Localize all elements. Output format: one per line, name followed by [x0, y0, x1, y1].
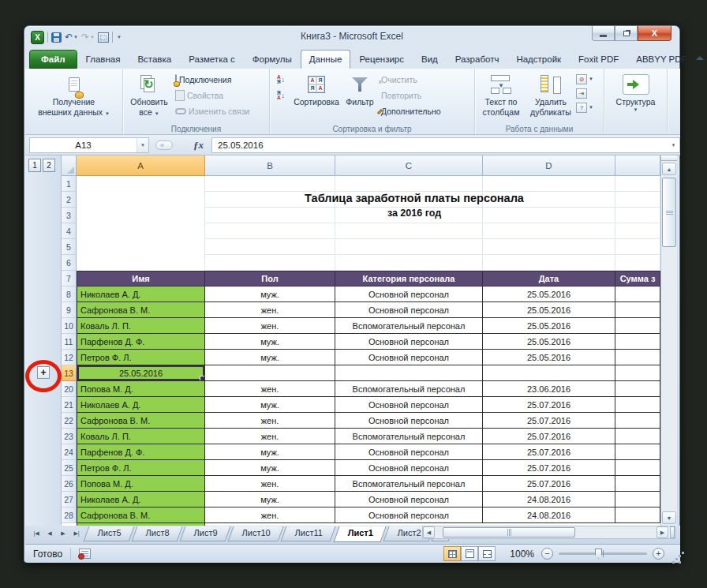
cell-E22[interactable]: [615, 413, 660, 429]
cell-D22[interactable]: 25.07.2016: [483, 413, 615, 429]
minimize-ribbon-icon[interactable]: [696, 56, 704, 60]
cell-A9[interactable]: Сафронова В. М.: [77, 302, 205, 318]
cell-D28[interactable]: 24.08.2016: [483, 507, 615, 523]
cell-E13[interactable]: [615, 365, 660, 381]
cell-C22[interactable]: Основной персонал: [335, 413, 483, 429]
cell-B25[interactable]: муж.: [205, 460, 335, 476]
cell-D26[interactable]: 25.07.2016: [483, 476, 615, 492]
first-sheet-button[interactable]: |◀: [30, 527, 43, 540]
ribbon-tab-4[interactable]: Разметка с: [180, 50, 244, 69]
cell-B8[interactable]: муж.: [205, 287, 335, 302]
cell-A24[interactable]: Парфенов Д. Ф.: [77, 444, 205, 460]
cell-E1[interactable]: [615, 176, 660, 192]
column-header-C[interactable]: C: [335, 155, 483, 176]
row-header-28[interactable]: 28: [62, 507, 77, 523]
row-header-13[interactable]: 13: [62, 365, 77, 381]
cell-B22[interactable]: жен.: [205, 413, 335, 429]
name-box[interactable]: A13 ▼: [29, 137, 149, 153]
cell-A13[interactable]: 25.05.2016: [77, 365, 205, 381]
cell-A27[interactable]: Николаев А. Д.: [77, 492, 205, 507]
cell-D24[interactable]: 25.07.2016: [483, 444, 615, 460]
what-if-analysis-button[interactable]: ? ▼: [576, 101, 598, 114]
redo-button[interactable]: ↷▼: [81, 32, 95, 43]
row-header-5[interactable]: 5: [62, 239, 77, 255]
vertical-scrollbar[interactable]: ▲ ▼: [660, 155, 677, 526]
cell-B4[interactable]: [205, 223, 335, 239]
cell-E23[interactable]: [615, 429, 660, 444]
expand-formula-bar-button[interactable]: ▼: [668, 137, 680, 153]
cell-A1[interactable]: [77, 176, 205, 192]
row-header-24[interactable]: 24: [62, 444, 77, 460]
macro-record-icon[interactable]: [79, 549, 91, 559]
cell-C13[interactable]: [335, 365, 483, 381]
tab-split-handle[interactable]: [670, 526, 675, 538]
cell-C4[interactable]: [335, 223, 483, 239]
cell-B24[interactable]: муж.: [205, 444, 335, 460]
zoom-slider[interactable]: [559, 552, 647, 555]
cell-B6[interactable]: [205, 255, 335, 271]
cell-C26[interactable]: Вспомогательный персонал: [335, 476, 483, 492]
row-header-6[interactable]: 6: [62, 255, 77, 271]
ribbon-tab-10[interactable]: Надстройк: [507, 50, 570, 69]
cell-E21[interactable]: [615, 397, 660, 413]
row-header-10[interactable]: 10: [62, 318, 77, 334]
vertical-split-handle[interactable]: [661, 155, 677, 161]
cell-E7[interactable]: Сумма з: [615, 271, 660, 287]
cell-D8[interactable]: 25.05.2016: [483, 287, 615, 302]
cell-B13[interactable]: [205, 365, 335, 381]
cell-D4[interactable]: [483, 223, 615, 239]
cell-B10[interactable]: жен.: [205, 318, 335, 334]
next-sheet-button[interactable]: ▶: [57, 527, 69, 540]
previous-sheet-button[interactable]: ◀: [43, 527, 56, 540]
cell-B23[interactable]: жен.: [205, 429, 335, 444]
zoom-out-button[interactable]: −: [541, 548, 553, 560]
cell-D1[interactable]: [483, 176, 615, 192]
cell-C3[interactable]: [335, 208, 483, 223]
cell-C9[interactable]: Основной персонал: [335, 302, 483, 318]
sheet-tab-2[interactable]: Лист8: [132, 526, 183, 541]
cell-D2[interactable]: [483, 192, 615, 208]
row-header-1[interactable]: 1: [62, 176, 77, 192]
formula-bar-grip[interactable]: [155, 140, 173, 150]
cell-B11[interactable]: муж.: [205, 334, 335, 350]
sheet-tab-5[interactable]: Лист11: [281, 526, 336, 541]
row-header-2[interactable]: 2: [62, 192, 77, 208]
cell-C27[interactable]: Основной персонал: [335, 492, 483, 507]
data-validation-button[interactable]: ⊘ ▼: [576, 73, 598, 85]
cell-E9[interactable]: [615, 302, 660, 318]
column-header-B[interactable]: B: [205, 155, 335, 176]
cell-D6[interactable]: [483, 255, 615, 271]
cell-B20[interactable]: жен.: [205, 381, 335, 397]
select-all-corner[interactable]: [62, 155, 77, 176]
row-header-26[interactable]: 26: [62, 476, 77, 492]
cell-E6[interactable]: [615, 255, 660, 271]
column-header-A[interactable]: A: [77, 155, 205, 176]
name-box-dropdown[interactable]: ▼: [137, 138, 148, 152]
clear-filter-button[interactable]: x Очистить: [377, 73, 466, 87]
cell-D7[interactable]: Дата: [483, 271, 615, 287]
close-button[interactable]: X: [638, 26, 671, 41]
ribbon-tab-11[interactable]: Foxit PDF: [570, 50, 627, 69]
cell-E12[interactable]: [615, 350, 660, 365]
row-header-23[interactable]: 23: [62, 429, 77, 444]
consolidate-button[interactable]: ⇥: [576, 87, 598, 99]
connections-button[interactable]: Подключения: [174, 73, 265, 87]
sort-ascending-button[interactable]: АЯ↓: [277, 73, 285, 87]
cell-A23[interactable]: Коваль Л. П.: [77, 429, 205, 444]
cell-A3[interactable]: [77, 208, 205, 223]
cell-A20[interactable]: Попова М. Д.: [77, 381, 205, 397]
row-header-4[interactable]: 4: [62, 223, 77, 239]
cell-B7[interactable]: Пол: [205, 271, 335, 287]
scroll-down-button[interactable]: ▼: [662, 511, 676, 524]
filter-button[interactable]: Фильтр: [342, 71, 377, 123]
properties-button[interactable]: Свойства: [174, 88, 265, 103]
cell-C28[interactable]: Основной персонал: [335, 507, 483, 523]
ribbon-tab-5[interactable]: Формулы: [244, 50, 301, 69]
cell-B21[interactable]: муж.: [205, 397, 335, 413]
cell-D10[interactable]: 25.05.2016: [483, 318, 615, 334]
normal-view-button[interactable]: [443, 546, 461, 561]
cell-A4[interactable]: [77, 223, 205, 239]
vertical-scroll-thumb[interactable]: [662, 178, 676, 247]
zoom-level-label[interactable]: 100%: [506, 549, 534, 560]
outline-level-2-button[interactable]: 2: [43, 159, 55, 172]
